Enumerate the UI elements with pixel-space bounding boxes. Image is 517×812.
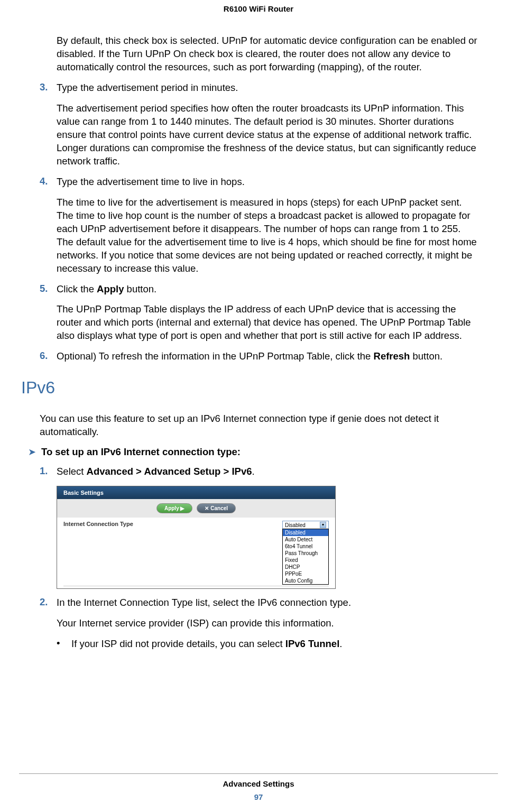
dropdown-selected-text: Disabled — [285, 522, 306, 528]
task-header: ➤ To set up an IPv6 Internet connection … — [40, 446, 477, 458]
setup-step-1: 1. Select Advanced > Advanced Setup > IP… — [40, 465, 477, 478]
text-post: button. — [124, 283, 156, 294]
cancel-button[interactable]: ✕ Cancel — [197, 503, 236, 513]
text-post: . — [339, 638, 342, 649]
dropdown-option[interactable]: 6to4 Tunnel — [283, 543, 328, 550]
step-text: Select Advanced > Advanced Setup > IPv6. — [57, 465, 477, 478]
step-3-description: The advertisement period specifies how o… — [57, 102, 477, 168]
footer-separator — [19, 773, 498, 774]
text-pre: If your ISP did not provide details, you… — [71, 638, 285, 649]
text-pre: Click the — [57, 283, 97, 294]
basic-settings-screenshot: Basic Settings Apply ▶ ✕ Cancel Internet… — [57, 486, 336, 589]
step-number: 5. — [40, 283, 57, 296]
bullet-item: • If your ISP did not provide details, y… — [57, 638, 477, 651]
dropdown-option[interactable]: Auto Config — [283, 577, 328, 584]
section-intro: You can use this feature to set up an IP… — [40, 412, 477, 439]
step-4-description: The time to live for the advertisement i… — [57, 196, 477, 275]
step-6: 6. Optional) To refresh the information … — [40, 350, 477, 363]
connection-type-label: Internet Connection Type — [63, 521, 133, 527]
step-5: 5. Click the Apply button. — [40, 283, 477, 296]
step-number: 6. — [40, 350, 57, 363]
step-number: 4. — [40, 176, 57, 189]
step-text: Type the advertisement period in minutes… — [57, 81, 477, 95]
step-4: 4. Type the advertisement time to live i… — [40, 176, 477, 189]
text-bold: IPv6 Tunnel — [285, 638, 339, 649]
step-5-description: The UPnP Portmap Table displays the IP a… — [57, 303, 477, 343]
dropdown-option[interactable]: PPPoE — [283, 570, 328, 577]
section-title-ipv6: IPv6 — [21, 378, 477, 398]
screenshot-container: Basic Settings Apply ▶ ✕ Cancel Internet… — [57, 486, 477, 589]
dropdown-option[interactable]: Fixed — [283, 557, 328, 564]
step-number: 2. — [40, 596, 57, 610]
screenshot-body: Internet Connection Type Disabled ▾ Disa… — [57, 518, 335, 588]
step-text: In the Internet Connection Type list, se… — [57, 596, 477, 610]
task-arrow-icon: ➤ — [28, 446, 36, 458]
dropdown-list[interactable]: Disabled Auto Detect 6to4 Tunnel Pass Th… — [282, 529, 329, 585]
step-number: 1. — [40, 465, 57, 478]
screenshot-button-bar: Apply ▶ ✕ Cancel — [57, 499, 335, 518]
apply-button[interactable]: Apply ▶ — [156, 503, 193, 513]
bullet-text: If your ISP did not provide details, you… — [71, 638, 477, 651]
text-bold: Apply — [97, 283, 124, 294]
page-footer: Advanced Settings 97 — [0, 773, 517, 801]
screenshot-titlebar: Basic Settings — [57, 486, 335, 499]
page-header-title: R6100 WiFi Router — [0, 0, 517, 34]
text-bold: Advanced > Advanced Setup > IPv6 — [87, 466, 252, 477]
text-post: . — [252, 466, 254, 477]
footer-title: Advanced Settings — [0, 779, 517, 788]
text-pre: Select — [57, 466, 87, 477]
step-text: Type the advertisement time to live in h… — [57, 176, 477, 189]
dropdown-selected[interactable]: Disabled ▾ — [282, 521, 329, 529]
bullet-dot: • — [57, 638, 71, 651]
page-content: By default, this check box is selected. … — [0, 34, 517, 651]
setup-step-2-description: Your Internet service provider (ISP) can… — [57, 617, 477, 630]
step-number: 3. — [40, 81, 57, 95]
dropdown-option[interactable]: Auto Detect — [283, 536, 328, 543]
setup-step-2: 2. In the Internet Connection Type list,… — [40, 596, 477, 610]
dropdown-option[interactable]: DHCP — [283, 564, 328, 570]
step-3: 3. Type the advertisement period in minu… — [40, 81, 477, 95]
step-text: Click the Apply button. — [57, 283, 477, 296]
footer-page-number: 97 — [0, 792, 517, 801]
connection-type-dropdown[interactable]: Disabled ▾ Disabled Auto Detect 6to4 Tun… — [282, 521, 329, 585]
text-pre: Optional) To refresh the information in … — [57, 350, 374, 362]
dropdown-option[interactable]: Disabled — [283, 529, 328, 536]
text-bold: Refresh — [374, 350, 410, 362]
dropdown-option[interactable]: Pass Through — [283, 550, 328, 557]
intro-paragraph: By default, this check box is selected. … — [57, 34, 477, 74]
text-post: button. — [410, 350, 442, 362]
separator — [63, 586, 329, 586]
chevron-down-icon[interactable]: ▾ — [320, 522, 326, 528]
step-text: Optional) To refresh the information in … — [57, 350, 477, 363]
task-title: To set up an IPv6 Internet connection ty… — [41, 446, 241, 458]
